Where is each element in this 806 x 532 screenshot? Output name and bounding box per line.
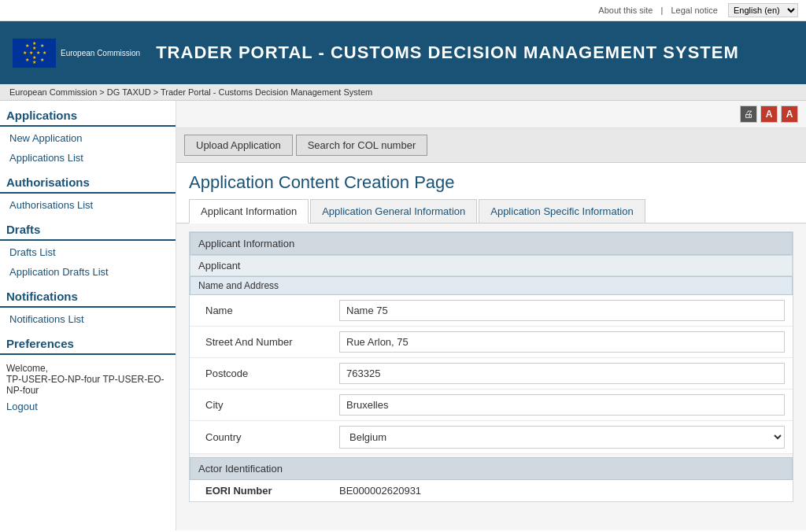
postcode-label: Postcode	[198, 368, 339, 379]
svg-text:★: ★	[32, 60, 36, 65]
language-select[interactable]: English (en) French (fr) German (de)	[728, 3, 798, 17]
sidebar-item-notifications-list[interactable]: Notifications List	[0, 309, 176, 329]
main-content: 🖨 A A Upload Application Search for COL …	[176, 101, 806, 530]
svg-text:★: ★	[23, 50, 27, 55]
eori-label: EORI Number	[198, 485, 339, 497]
sidebar-item-applications-list[interactable]: Applications List	[0, 148, 176, 168]
name-label: Name	[198, 305, 339, 316]
applicant-subsection-header: Applicant	[190, 255, 793, 276]
street-input[interactable]	[339, 331, 785, 353]
sidebar-item-application-drafts-list[interactable]: Application Drafts List	[0, 262, 176, 282]
sidebar-section-drafts: Drafts	[0, 215, 176, 241]
city-input[interactable]	[339, 394, 785, 416]
upload-application-button[interactable]: Upload Application	[184, 135, 293, 156]
name-and-address-header: Name and Address	[190, 276, 793, 295]
help1-icon[interactable]: A	[760, 105, 778, 123]
country-label: Country	[198, 431, 339, 443]
city-label: City	[198, 399, 339, 411]
actor-identification-header: Actor Identification	[190, 457, 793, 480]
applicant-information-header: Applicant Information	[190, 232, 793, 255]
svg-text:★: ★	[36, 50, 40, 55]
svg-text:★: ★	[32, 55, 36, 60]
sidebar-section-notifications: Notifications	[0, 282, 176, 308]
institution-label: European Commission	[61, 49, 140, 57]
name-row: Name	[190, 295, 793, 327]
street-label: Street And Number	[198, 336, 339, 348]
sidebar-item-authorisations-list[interactable]: Authorisations List	[0, 195, 176, 215]
svg-text:★: ★	[29, 50, 33, 55]
sidebar-welcome: Welcome, TP-USER-EO-NP-four TP-USER-EO-N…	[0, 357, 176, 397]
sidebar: Applications New Application Application…	[0, 101, 176, 530]
postcode-input[interactable]	[339, 363, 785, 384]
print-icon[interactable]: 🖨	[740, 105, 757, 123]
breadcrumb: European Commission > DG TAXUD > Trader …	[0, 84, 806, 101]
sidebar-section-authorisations: Authorisations	[0, 168, 176, 194]
svg-text:★: ★	[25, 57, 29, 62]
country-select[interactable]: Belgium France Germany Netherlands Luxem…	[339, 426, 785, 449]
eori-value: BE000002620931	[339, 485, 421, 497]
eori-row: EORI Number BE000002620931	[190, 480, 793, 501]
svg-text:★: ★	[40, 57, 44, 62]
search-col-button[interactable]: Search for COL number	[296, 135, 428, 156]
page-title: Application Content Creation Page	[176, 163, 806, 199]
sidebar-logout-area: Logout	[0, 397, 176, 419]
eu-flag-icon: ★ ★ ★ ★ ★ ★ ★ ★ ★ ★ ★ ★	[13, 39, 56, 68]
country-row: Country Belgium France Germany Netherlan…	[190, 421, 793, 454]
tab-application-specific-information[interactable]: Application Specific Information	[479, 199, 645, 224]
logo-area: ★ ★ ★ ★ ★ ★ ★ ★ ★ ★ ★ ★ European Commiss…	[13, 39, 140, 68]
tab-buttons: Upload Application Search for COL number	[176, 128, 806, 163]
svg-text:★: ★	[40, 43, 44, 48]
street-row: Street And Number	[190, 327, 793, 358]
sidebar-section-applications: Applications	[0, 101, 176, 127]
city-row: City	[190, 390, 793, 421]
sub-tabs: Applicant Information Application Genera…	[176, 199, 806, 224]
svg-text:★: ★	[43, 50, 46, 55]
legal-link[interactable]: Legal notice	[671, 6, 718, 15]
form-area: Applicant Information Applicant Name and…	[176, 224, 806, 516]
toolbar-icons: 🖨 A A	[176, 101, 806, 128]
tab-applicant-information[interactable]: Applicant Information	[189, 199, 309, 224]
help2-icon[interactable]: A	[781, 105, 798, 123]
header: ★ ★ ★ ★ ★ ★ ★ ★ ★ ★ ★ ★ European Commiss…	[0, 21, 806, 84]
logout-link[interactable]: Logout	[6, 401, 38, 412]
sidebar-item-drafts-list[interactable]: Drafts List	[0, 242, 176, 262]
name-input[interactable]	[339, 300, 785, 321]
sidebar-item-new-application[interactable]: New Application	[0, 128, 176, 148]
header-title: TRADER PORTAL - CUSTOMS DECISION MANAGEM…	[156, 42, 739, 63]
sidebar-section-preferences: Preferences	[0, 329, 176, 355]
svg-text:★: ★	[25, 43, 29, 48]
applicant-information-section: Applicant Information Applicant Name and…	[189, 231, 793, 502]
about-link[interactable]: About this site	[598, 6, 653, 15]
layout: Applications New Application Application…	[0, 101, 806, 530]
tab-application-general-information[interactable]: Application General Information	[310, 199, 477, 224]
top-bar: About this site | Legal notice English (…	[0, 0, 806, 21]
breadcrumb-text: European Commission > DG TAXUD > Trader …	[9, 87, 372, 97]
sidebar-username: TP-USER-EO-NP-four TP-USER-EO-NP-four	[6, 374, 164, 396]
postcode-row: Postcode	[190, 358, 793, 390]
